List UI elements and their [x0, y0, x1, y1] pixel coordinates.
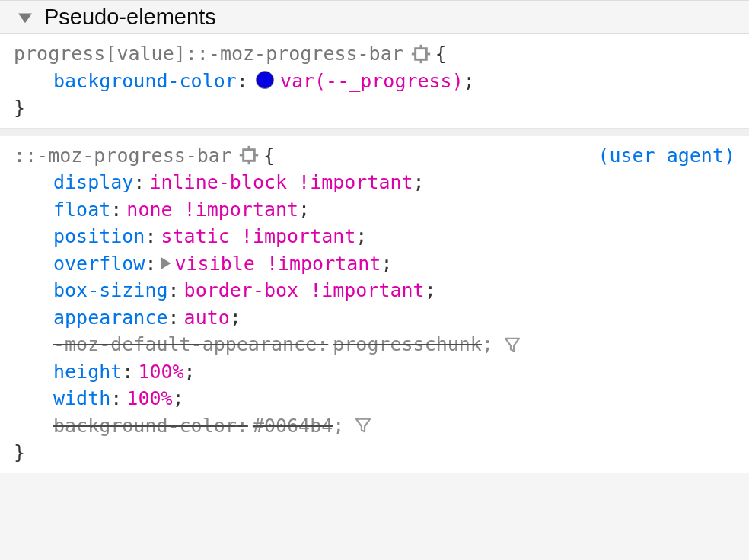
colon: :: [168, 304, 180, 332]
pseudo-elements-section-header[interactable]: Pseudo-elements: [0, 0, 749, 34]
brace-open: {: [435, 40, 447, 68]
property-name[interactable]: position: [53, 223, 145, 250]
css-rule: ::-moz-progress-bar { (user agent) displ…: [0, 129, 749, 473]
colon: :: [133, 169, 145, 196]
semicolon: ;: [425, 277, 436, 304]
color-swatch-icon[interactable]: [256, 71, 274, 89]
brace-open: {: [263, 142, 275, 170]
selector-highlighter-icon[interactable]: [411, 44, 431, 64]
property-value[interactable]: auto: [184, 304, 230, 332]
property-name[interactable]: background-color: [53, 68, 237, 95]
semicolon: ;: [230, 304, 241, 332]
property-value[interactable]: none !important: [126, 196, 298, 224]
declarations: display: inline-block !important; float:…: [14, 169, 735, 439]
svg-marker-13: [356, 419, 370, 432]
colon: :: [122, 358, 133, 386]
colon: :: [237, 68, 248, 95]
selector-line: progress[value]::-moz-progress-bar {: [14, 40, 735, 68]
property-name[interactable]: display: [53, 169, 133, 196]
property-value[interactable]: visible !important: [174, 250, 381, 278]
property-name[interactable]: box-sizing: [53, 277, 168, 304]
svg-marker-0: [18, 13, 32, 23]
css-declaration[interactable]: position: static !important;: [53, 223, 735, 250]
stylesheet-source-link[interactable]: (user agent): [598, 142, 735, 170]
property-value[interactable]: progresschunk: [333, 331, 482, 358]
filter-icon[interactable]: [504, 336, 521, 353]
property-value[interactable]: border-box !important: [184, 277, 425, 304]
semicolon: ;: [173, 385, 184, 412]
property-name[interactable]: appearance: [53, 304, 168, 332]
declarations: background-color: var(--_progress);: [14, 68, 735, 95]
property-value[interactable]: inline-block !important: [149, 169, 413, 196]
semicolon: ;: [355, 223, 367, 250]
css-declaration[interactable]: float: none !important;: [53, 196, 735, 224]
semicolon: ;: [184, 358, 196, 386]
css-declaration-overridden[interactable]: background-color: #0064b4;: [53, 412, 735, 440]
colon: :: [168, 277, 180, 304]
selector-highlighter-icon[interactable]: [239, 145, 259, 165]
section-title: Pseudo-elements: [44, 5, 216, 30]
css-declaration[interactable]: width: 100%;: [53, 385, 735, 412]
property-value[interactable]: 100%: [138, 358, 183, 386]
semicolon: ;: [482, 331, 493, 358]
colon: :: [237, 412, 248, 440]
css-selector[interactable]: ::-moz-progress-bar: [14, 142, 231, 170]
svg-marker-11: [161, 257, 171, 269]
colon: :: [145, 250, 156, 278]
semicolon: ;: [413, 169, 425, 196]
svg-rect-1: [415, 48, 426, 59]
css-selector[interactable]: progress[value]::-moz-progress-bar: [14, 40, 403, 68]
css-rule: progress[value]::-moz-progress-bar { bac…: [0, 34, 749, 129]
semicolon: ;: [381, 250, 392, 278]
property-value[interactable]: 100%: [126, 385, 172, 412]
colon: :: [317, 331, 328, 358]
selector-line: ::-moz-progress-bar { (user agent): [14, 142, 735, 170]
property-value[interactable]: #0064b4: [253, 412, 333, 440]
svg-rect-6: [244, 150, 255, 161]
css-declaration[interactable]: display: inline-block !important;: [53, 169, 735, 196]
css-declaration[interactable]: box-sizing: border-box !important;: [53, 277, 735, 304]
css-declaration-overridden[interactable]: -moz-default-appearance: progresschunk;: [53, 331, 735, 358]
property-value[interactable]: static !important: [161, 223, 355, 250]
css-declaration[interactable]: appearance: auto;: [53, 304, 735, 332]
property-value[interactable]: var(--_progress): [280, 68, 464, 95]
semicolon: ;: [298, 196, 310, 224]
colon: :: [110, 196, 122, 224]
brace-close: }: [14, 439, 735, 466]
filter-icon[interactable]: [355, 417, 371, 434]
property-name[interactable]: width: [53, 385, 110, 412]
property-name[interactable]: height: [53, 358, 122, 386]
property-name[interactable]: overflow: [53, 250, 145, 278]
semicolon: ;: [333, 412, 344, 440]
svg-marker-12: [505, 339, 519, 352]
expand-shorthand-icon[interactable]: [161, 257, 171, 269]
css-declaration[interactable]: background-color: var(--_progress);: [53, 68, 735, 95]
colon: :: [145, 223, 156, 250]
brace-close: }: [14, 94, 735, 122]
property-name[interactable]: float: [53, 196, 110, 224]
semicolon: ;: [464, 68, 475, 95]
css-declaration[interactable]: overflow: visible !important;: [53, 250, 735, 278]
property-name[interactable]: background-color: [53, 412, 237, 440]
twisty-icon: [18, 11, 32, 24]
colon: :: [110, 385, 122, 412]
css-declaration[interactable]: height: 100%;: [53, 358, 735, 386]
property-name[interactable]: -moz-default-appearance: [53, 331, 317, 358]
